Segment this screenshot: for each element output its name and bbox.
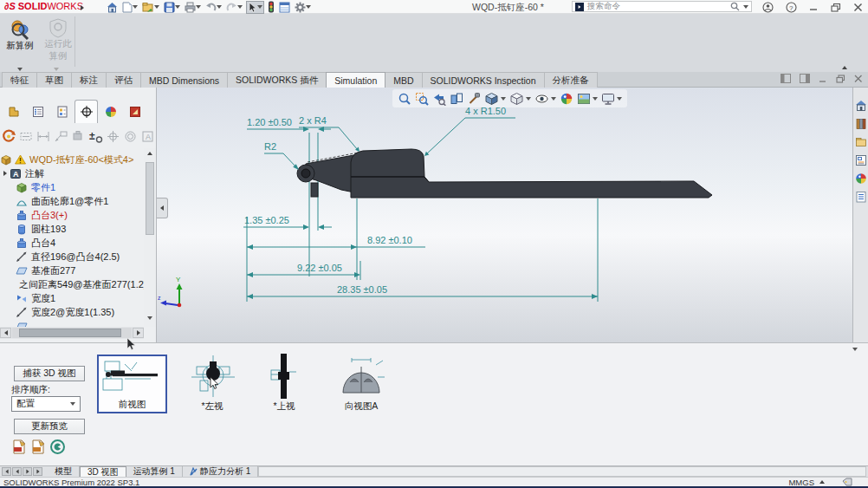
redo-button[interactable]: [225, 1, 243, 14]
view-a-thumbnail[interactable]: [338, 355, 386, 398]
tree-row-boss3[interactable]: 凸台3(+): [0, 208, 144, 222]
part-body[interactable]: [297, 149, 712, 198]
command-search-box[interactable]: 搜索命令: [572, 1, 752, 12]
task-scheduler-button[interactable]: [278, 1, 291, 14]
tree-vertical-scrollbar[interactable]: [144, 148, 156, 327]
tab-property-manager[interactable]: [26, 100, 49, 123]
scrollbar-thumb[interactable]: [146, 162, 154, 235]
account-icon[interactable]: [762, 2, 774, 13]
tree-row-distance549[interactable]: 之间距离549@基准面277(1.2): [0, 277, 144, 291]
first-sheet-button[interactable]: [2, 467, 11, 476]
scrollbar-thumb[interactable]: [19, 329, 121, 337]
search-icon[interactable]: [730, 2, 740, 11]
dimension-annotations[interactable]: 1.20 ±0.50 2 x R4 4 x R1.50 R2 1.35 ±0.2…: [243, 106, 598, 299]
export-view-icon[interactable]: [31, 439, 46, 454]
display-style-button[interactable]: [509, 92, 531, 106]
close-button[interactable]: [853, 3, 863, 12]
scroll-up-icon[interactable]: [147, 152, 152, 155]
previous-view-button[interactable]: [432, 92, 446, 106]
tab-mbd[interactable]: MBD: [385, 72, 422, 88]
print-dropdown-icon[interactable]: [196, 5, 201, 9]
units-dropdown-icon[interactable]: [819, 480, 825, 484]
view-settings-dropdown-icon[interactable]: [617, 97, 622, 101]
custom-properties-icon[interactable]: [855, 191, 867, 203]
view-orientation-button[interactable]: [484, 92, 506, 106]
capture-3d-view-button[interactable]: 捕获 3D 视图: [14, 366, 85, 381]
view-palette-icon[interactable]: [855, 154, 867, 166]
view-label-a[interactable]: 向视图A: [331, 400, 392, 413]
next-sheet-button[interactable]: [23, 467, 32, 476]
last-sheet-button[interactable]: [33, 467, 42, 476]
options-dropdown-icon[interactable]: [306, 5, 311, 9]
tab-configuration-manager[interactable]: [50, 100, 74, 123]
restore-button[interactable]: [831, 3, 841, 12]
tab-features[interactable]: 特征: [2, 72, 37, 88]
tree-root-row[interactable]: WQD-抵钉座-60<模式4>: [0, 153, 144, 166]
zoom-area-button[interactable]: [415, 92, 429, 106]
tree-row-boss4[interactable]: 凸台4: [0, 236, 144, 250]
top-view-thumbnail[interactable]: [269, 353, 300, 400]
tree-row-surface-profile[interactable]: 曲面轮廓1@零件1: [0, 194, 144, 208]
display-style-dropdown-icon[interactable]: [526, 97, 531, 101]
minimize-button[interactable]: [809, 3, 819, 12]
appearances-scenes-icon[interactable]: [855, 172, 867, 185]
tab-evaluate[interactable]: 评估: [106, 72, 141, 88]
doc-restore-icon[interactable]: [836, 75, 845, 83]
file-explorer-icon[interactable]: [855, 136, 867, 148]
sheet-tab-motion-study[interactable]: 运动算例 1: [126, 466, 183, 477]
dynamic-annotation-button[interactable]: [467, 92, 481, 106]
hide-show-dropdown-icon[interactable]: [551, 97, 556, 101]
logo-expander-icon[interactable]: [81, 5, 84, 10]
doc-pane-left-icon[interactable]: [781, 74, 791, 83]
undo-button[interactable]: [204, 1, 223, 14]
new-study-button[interactable]: 新算例: [2, 17, 38, 62]
view-settings-button[interactable]: [601, 92, 622, 106]
panel-collapse-tab[interactable]: [157, 198, 168, 218]
view-label-top[interactable]: *上视: [254, 400, 314, 413]
tree-row-plane277[interactable]: 基准面277: [0, 264, 144, 277]
undo-dropdown-icon[interactable]: [217, 5, 222, 9]
view-orientation-dropdown-icon[interactable]: [501, 97, 506, 101]
tree-row-width1[interactable]: 宽度1: [0, 291, 144, 305]
new-document-dropdown-icon[interactable]: [133, 5, 138, 9]
options-button[interactable]: [294, 1, 312, 14]
edrawings-icon[interactable]: [50, 439, 65, 454]
tab-feature-tree[interactable]: [2, 100, 25, 123]
auto-dimension-icon[interactable]: [2, 129, 16, 144]
sheet-tab-3d-views[interactable]: 3D 视图: [80, 466, 126, 477]
tree-row-clipped[interactable]: [0, 319, 144, 327]
home-button[interactable]: [106, 1, 119, 14]
select-tool-dropdown-icon[interactable]: [257, 5, 262, 9]
help-icon[interactable]: ?: [786, 2, 797, 13]
apply-scene-dropdown-icon[interactable]: [593, 97, 598, 101]
scroll-left-button[interactable]: [0, 328, 11, 338]
tab-simulation[interactable]: Simulation: [326, 72, 385, 88]
new-study-flyout-icon[interactable]: [17, 68, 23, 71]
tab-display-manager[interactable]: [99, 100, 122, 123]
tree-row-cylinder[interactable]: 圆柱193: [0, 222, 144, 236]
zoom-fit-button[interactable]: [398, 92, 411, 106]
tab-mbd-dimensions[interactable]: MBD Dimensions: [140, 72, 228, 88]
tree-row-diameter196[interactable]: 直径196@凸台4(2.5): [0, 250, 144, 264]
scroll-down-icon[interactable]: [147, 316, 152, 320]
hide-show-items-button[interactable]: [534, 92, 556, 106]
edit-appearance-button[interactable]: [560, 92, 573, 106]
tag-icon[interactable]: [842, 478, 852, 486]
open-dropdown-icon[interactable]: [154, 5, 159, 9]
tree-row-annotations[interactable]: A 注解: [0, 166, 144, 180]
panel-collapse-chevron-icon[interactable]: [852, 348, 858, 351]
tab-inspection[interactable]: SOLIDWORKS Inspection: [422, 72, 545, 88]
sort-order-select[interactable]: 配置: [11, 396, 81, 412]
tree-row-part1[interactable]: 零件1: [0, 180, 144, 194]
resources-home-icon[interactable]: [855, 100, 867, 112]
save-button[interactable]: [163, 1, 181, 14]
redo-dropdown-icon[interactable]: [237, 5, 243, 9]
new-document-button[interactable]: [121, 1, 139, 14]
design-checker-button[interactable]: [267, 1, 275, 14]
left-view-thumbnail[interactable]: [190, 355, 236, 398]
tab-sketch[interactable]: 草图: [36, 72, 72, 88]
design-library-icon[interactable]: [855, 118, 867, 130]
save-dropdown-icon[interactable]: [175, 5, 180, 9]
tab-analysis-prep[interactable]: 分析准备: [544, 72, 598, 88]
tab-dimxpert-manager[interactable]: [74, 100, 98, 123]
